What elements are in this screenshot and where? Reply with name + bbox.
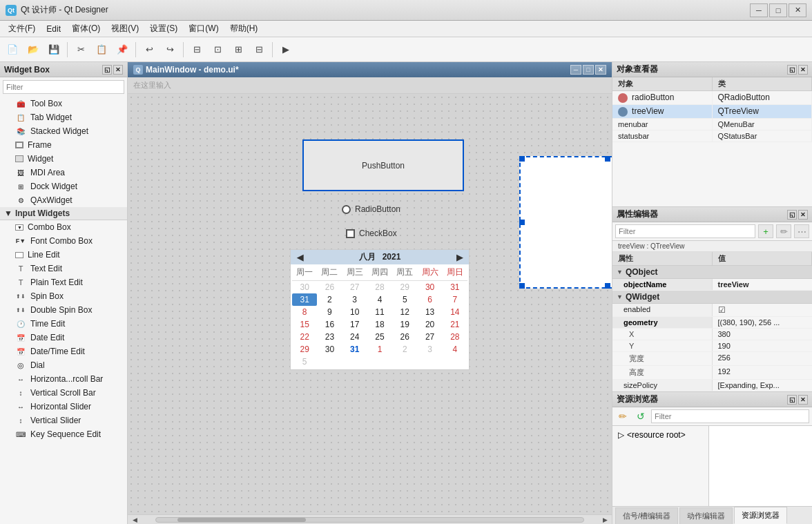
widget-item-widget[interactable]: Widget (0, 152, 127, 166)
widget-item-frame[interactable]: Frame (0, 138, 127, 152)
sub-window-minimize[interactable]: ─ (570, 65, 581, 75)
cal-day[interactable]: 27 (417, 331, 442, 343)
prop-val-x[interactable]: 380 (713, 329, 813, 340)
handle-tm[interactable] (605, 156, 610, 162)
toolbar-copy[interactable]: 📋 (92, 40, 111, 59)
resource-edit-btn[interactable]: ✏ (615, 409, 630, 423)
menu-view[interactable]: 视图(V) (106, 21, 144, 36)
calendar-widget[interactable]: ◀ 八月 2021 ▶ 周一 周二 周三 周四 (290, 249, 470, 370)
canvas-checkbox[interactable]: CheckBox (346, 229, 397, 238)
inspector-row-radiobutton[interactable]: radioButton QRadioButton (612, 91, 812, 105)
menu-window[interactable]: 窗口(W) (183, 21, 224, 36)
sub-window-maximize[interactable]: □ (583, 65, 594, 75)
cal-day[interactable]: 4 (367, 293, 392, 306)
widget-item-stackedwidget[interactable]: 📚 Stacked Widget (0, 124, 127, 138)
cal-day[interactable]: 28 (443, 331, 467, 343)
toolbar-layout1[interactable]: ⊟ (187, 40, 206, 59)
widget-box-float[interactable]: ◱ (102, 65, 112, 75)
cal-day[interactable]: 19 (392, 318, 417, 331)
cal-day[interactable]: 2 (317, 293, 342, 306)
widget-item-vscrollbar[interactable]: ↕ Vertical Scroll Bar (0, 386, 127, 400)
prop-val-height[interactable]: 192 (713, 366, 813, 379)
widget-item-dial[interactable]: ◎ Dial (0, 358, 127, 372)
cal-day[interactable]: 30 (317, 343, 342, 356)
toolbar-layout3[interactable]: ⊞ (229, 40, 248, 59)
widget-item-tabwidget[interactable]: 📋 Tab Widget (0, 110, 127, 124)
property-group-qwidget[interactable]: ▼ QWidget (612, 291, 812, 304)
cal-day[interactable]: 13 (417, 306, 442, 318)
cal-day-31[interactable]: 31 (292, 293, 317, 306)
widget-item-plaintextedit[interactable]: T Plain Text Edit (0, 275, 127, 289)
canvas-radiobutton[interactable]: RadioButton (342, 204, 400, 214)
toolbar-cut[interactable]: ✂ (71, 40, 90, 59)
prop-val-objectname[interactable]: treeView (713, 279, 813, 290)
prop-val-width[interactable]: 256 (713, 352, 813, 365)
widget-item-qaxwidget[interactable]: ⚙ QAxWidget (0, 193, 127, 207)
property-group-qobject[interactable]: ▼ QObject (612, 266, 812, 279)
cal-day[interactable]: 2 (392, 343, 417, 356)
treeview-widget[interactable] (519, 156, 612, 289)
cal-day[interactable]: 29 (292, 343, 317, 356)
cal-day[interactable]: 16 (317, 318, 342, 331)
close-button[interactable]: ✕ (789, 3, 806, 17)
cal-day-today[interactable]: 31 (342, 343, 367, 356)
cal-day[interactable]: 3 (417, 343, 442, 356)
widget-item-lineedit[interactable]: Line Edit (0, 248, 127, 262)
property-edit-btn[interactable]: ✏ (776, 224, 791, 238)
scroll-left[interactable]: ◀ (128, 515, 142, 525)
property-row-y[interactable]: Y 190 (612, 340, 812, 352)
widget-box-filter[interactable] (3, 80, 124, 94)
widget-item-fontcombobox[interactable]: F▼ Font Combo Box (0, 234, 127, 248)
resource-browser-float[interactable]: ◱ (787, 395, 797, 405)
property-editor-float[interactable]: ◱ (787, 210, 797, 220)
cal-day[interactable]: 20 (417, 318, 442, 331)
cal-day[interactable]: 28 (367, 281, 392, 293)
cal-day[interactable]: 15 (292, 318, 317, 331)
widget-item-mdiarea[interactable]: 🖼 MDI Area (0, 166, 127, 179)
inspector-row-menubar[interactable]: menubar QMenuBar (612, 119, 812, 130)
cal-day[interactable]: 27 (342, 281, 367, 293)
tab-signal-slot[interactable]: 信号/槽编辑器 (615, 507, 678, 524)
widget-item-toolbox[interactable]: 🧰 Tool Box (0, 97, 127, 110)
property-del-btn[interactable]: ⋯ (794, 224, 809, 238)
cal-day[interactable]: 17 (342, 318, 367, 331)
cal-next[interactable]: ▶ (454, 253, 465, 262)
cal-day[interactable]: 1 (367, 343, 392, 356)
property-row-objectname[interactable]: objectName treeView (612, 279, 812, 291)
toolbar-open[interactable]: 📂 (23, 40, 43, 59)
widget-item-datetimeedit[interactable]: 📅 Date/Time Edit (0, 345, 127, 358)
cal-day[interactable]: 26 (317, 281, 342, 293)
widget-item-combobox[interactable]: ▼ Combo Box (0, 220, 127, 234)
menu-edit[interactable]: Edit (41, 23, 66, 35)
cal-day[interactable]: 11 (367, 306, 392, 318)
cal-day[interactable]: 8 (292, 306, 317, 318)
scroll-right[interactable]: ▶ (598, 515, 612, 525)
cal-day[interactable]: 18 (367, 318, 392, 331)
cal-day[interactable]: 3 (342, 293, 367, 306)
sub-window-close[interactable]: ✕ (595, 65, 606, 75)
object-inspector-close[interactable]: ✕ (798, 65, 808, 75)
cal-day[interactable]: 5 (392, 293, 417, 306)
cal-day[interactable]: 21 (443, 318, 467, 331)
prop-val-y[interactable]: 190 (713, 340, 813, 351)
widget-category-input[interactable]: ▼ Input Widgets (0, 207, 127, 220)
resource-refresh-btn[interactable]: ↺ (633, 409, 648, 423)
property-row-height[interactable]: 高度 192 (612, 366, 812, 380)
cal-day[interactable]: 31 (443, 281, 467, 293)
canvas[interactable]: PushButton RadioButton CheckBox ◀ (128, 94, 612, 524)
cal-day[interactable]: 4 (443, 343, 467, 356)
tab-action-editor[interactable]: 动作编辑器 (679, 507, 733, 524)
menu-form[interactable]: 窗体(O) (66, 21, 106, 36)
property-row-x[interactable]: X 380 (612, 329, 812, 340)
cal-day[interactable]: 26 (392, 331, 417, 343)
cal-prev[interactable]: ◀ (295, 253, 305, 262)
widget-box-close[interactable]: ✕ (113, 65, 123, 75)
cal-day[interactable]: 22 (292, 331, 317, 343)
widget-item-dockwidget[interactable]: ⊞ Dock Widget (0, 179, 127, 193)
scrollbar-track[interactable] (155, 517, 584, 523)
widget-item-vslider[interactable]: ↕ Vertical Slider (0, 414, 127, 427)
property-editor-close[interactable]: ✕ (798, 210, 808, 220)
widget-item-doublespinbox[interactable]: ⬆⬇ Double Spin Box (0, 303, 127, 317)
toolbar-preview[interactable]: ▶ (276, 40, 296, 59)
handle-bm[interactable] (605, 283, 610, 289)
